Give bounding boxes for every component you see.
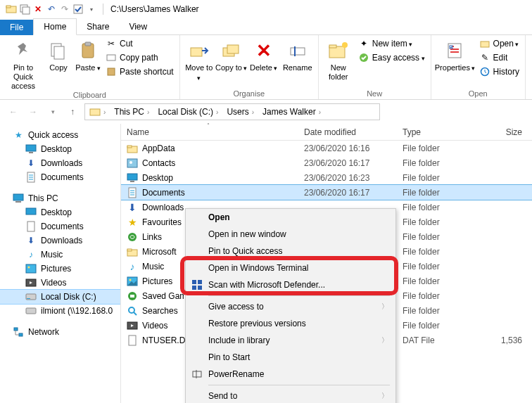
breadcrumb-this-pc[interactable]: This PC› — [110, 104, 153, 120]
file-size: 1,536 — [487, 335, 532, 345]
file-name: AppData — [142, 143, 175, 153]
svg-rect-24 — [90, 109, 100, 115]
edit-button[interactable]: ✎Edit — [476, 51, 522, 65]
network-icon — [13, 326, 24, 338]
easy-access-button[interactable]: Easy access — [355, 51, 428, 65]
tree-local-disk[interactable]: Local Disk (C:) — [0, 290, 120, 304]
file-row[interactable]: Documents23/06/2020 16:17File folder — [121, 185, 532, 200]
properties-button[interactable]: Properties — [434, 37, 476, 73]
breadcrumb-users[interactable]: Users› — [222, 104, 258, 120]
pin-quick-access-button[interactable]: Pin to Quick access — [3, 37, 44, 91]
ribbon-group-new: New folder ✦New item Easy access New — [319, 35, 431, 99]
new-item-button[interactable]: ✦New item — [355, 37, 428, 51]
svg-rect-17 — [329, 45, 336, 48]
history-button[interactable]: History — [476, 65, 522, 79]
move-to-button[interactable]: Move to — [183, 37, 215, 83]
tab-share[interactable]: Share — [77, 19, 119, 34]
new-folder-button[interactable]: New folder — [322, 37, 355, 82]
menu-scan-defender[interactable]: Scan with Microsoft Defender... — [186, 276, 395, 293]
file-type: File folder — [403, 232, 487, 242]
qat-dropdown-icon[interactable]: ▾ — [86, 4, 97, 15]
svg-rect-39 — [19, 333, 23, 336]
ribbon: Pin to Quick access Copy Paste ✂Cut Copy… — [0, 35, 532, 100]
folder-icon — [127, 143, 138, 154]
tree-pictures-pc[interactable]: Pictures — [0, 262, 120, 276]
svg-rect-41 — [127, 146, 132, 148]
tree-network[interactable]: Network — [0, 325, 120, 339]
col-header-date[interactable]: Date modified — [304, 127, 403, 137]
tab-file[interactable]: File — [0, 20, 33, 35]
recent-dropdown[interactable]: ▾ — [45, 104, 61, 120]
back-button[interactable]: ← — [6, 104, 21, 120]
file-row[interactable]: Contacts23/06/2020 16:17File folder — [121, 155, 532, 170]
delete-button[interactable]: ✕ Delete — [248, 37, 280, 73]
svg-rect-57 — [129, 335, 136, 345]
tree-videos-pc[interactable]: Videos — [0, 276, 120, 290]
menu-include-library[interactable]: Include in library〉 — [186, 332, 395, 349]
open-button[interactable]: Open — [476, 37, 522, 51]
forward-button[interactable]: → — [25, 104, 41, 120]
disk-icon — [25, 291, 37, 302]
downloads-icon: ⬇ — [127, 202, 138, 213]
rename-icon — [286, 39, 309, 62]
menu-open-new-window[interactable]: Open in new window — [186, 226, 395, 243]
paste-shortcut-button[interactable]: Paste shortcut — [103, 65, 177, 79]
menu-restore-versions[interactable]: Restore previous versions — [186, 315, 395, 332]
tree-desktop-pc[interactable]: Desktop — [0, 205, 120, 219]
breadcrumb-james[interactable]: James Walker› — [258, 104, 325, 120]
properties-icon — [444, 39, 467, 62]
file-type: File folder — [403, 247, 487, 257]
menu-give-access[interactable]: Give access to〉 — [186, 298, 395, 315]
easy-access-icon — [358, 52, 369, 63]
breadcrumb-local-disk[interactable]: Local Disk (C:)› — [153, 104, 222, 120]
svg-point-47 — [128, 233, 137, 241]
menu-separator — [208, 295, 390, 296]
tree-music-pc[interactable]: ♪Music — [0, 248, 120, 262]
svg-point-33 — [28, 267, 30, 269]
up-button[interactable]: ↑ — [65, 104, 80, 120]
breadcrumb-root[interactable]: › — [85, 104, 110, 120]
file-row[interactable]: AppData23/06/2020 16:16File folder — [121, 141, 532, 155]
tree-ilmiont[interactable]: ilmiont (\\192.168.0 — [0, 304, 120, 318]
menu-send-to[interactable]: Send to〉 — [186, 388, 395, 403]
folder-icon — [89, 106, 101, 117]
svg-rect-9 — [107, 55, 115, 60]
tree-downloads-qa[interactable]: ⬇Downloads — [0, 156, 120, 170]
copy-to-button[interactable]: Copy to — [215, 37, 248, 73]
tree-quick-access[interactable]: ★Quick access — [0, 128, 120, 142]
tab-home[interactable]: Home — [33, 18, 77, 35]
pin-icon — [12, 39, 34, 62]
undo-icon[interactable]: ↶ — [46, 4, 57, 15]
tree-this-pc[interactable]: This PC — [0, 191, 120, 205]
paste-button[interactable]: Paste — [73, 37, 103, 73]
svg-rect-14 — [291, 48, 305, 55]
copy-button[interactable]: Copy — [44, 37, 73, 72]
col-header-type[interactable]: Type — [403, 127, 487, 137]
tree-desktop-qa[interactable]: Desktop — [0, 142, 120, 156]
cut-button[interactable]: ✂Cut — [103, 37, 177, 51]
address-bar[interactable]: › This PC› Local Disk (C:)› Users› James… — [84, 103, 380, 120]
menu-pin-quick-access[interactable]: Pin to Quick access — [186, 243, 395, 260]
tab-view[interactable]: View — [119, 19, 157, 34]
checkbox-icon[interactable] — [72, 4, 84, 15]
menu-open[interactable]: Open — [186, 209, 395, 226]
titlebar-divider — [103, 4, 103, 15]
col-header-size[interactable]: Size — [487, 127, 532, 137]
copy-path-button[interactable]: Copy path — [103, 51, 177, 65]
file-row[interactable]: Desktop23/06/2020 16:23File folder — [121, 170, 532, 185]
menu-powerrename[interactable]: PowerRename — [186, 366, 395, 383]
col-header-name[interactable]: Name — [121, 127, 304, 137]
svg-rect-58 — [192, 280, 196, 284]
tree-documents-qa[interactable]: Documents — [0, 170, 120, 184]
file-type: File folder — [403, 276, 487, 286]
tree-downloads-pc[interactable]: ⬇Downloads — [0, 234, 120, 248]
redo-icon[interactable]: ↷ — [59, 4, 70, 15]
menu-open-windows-terminal[interactable]: Open in Windows Terminal — [186, 260, 395, 276]
rename-button[interactable]: Rename — [280, 37, 315, 72]
menu-pin-start[interactable]: Pin to Start — [186, 349, 395, 366]
svg-rect-45 — [130, 181, 134, 182]
tree-documents-pc[interactable]: Documents — [0, 219, 120, 234]
file-type: File folder — [403, 188, 487, 198]
file-type: File folder — [403, 262, 487, 271]
delete-red-icon[interactable]: ✕ — [32, 4, 44, 15]
